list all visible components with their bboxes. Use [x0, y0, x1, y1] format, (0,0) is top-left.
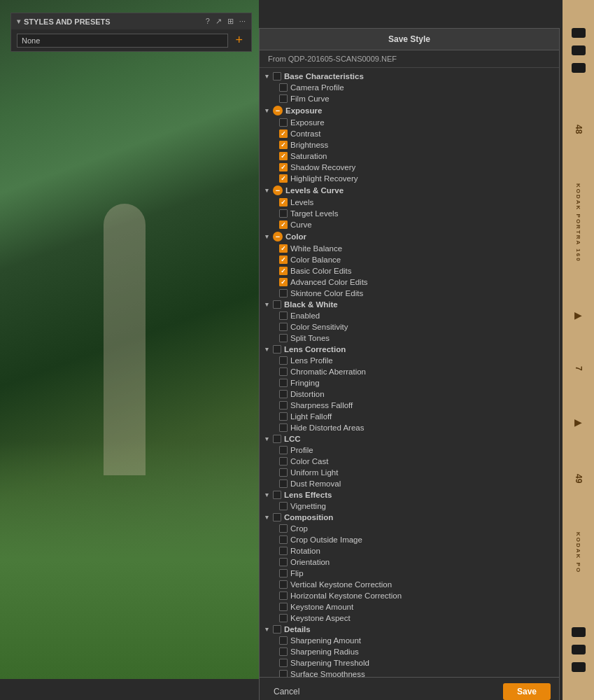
item-checkbox[interactable] — [279, 446, 288, 454]
item-checkbox[interactable] — [279, 163, 288, 172]
list-item[interactable]: Sharpness Falloff — [260, 400, 559, 411]
list-item[interactable]: Horizontal Keystone Correction — [260, 590, 559, 601]
list-item[interactable]: Split Tones — [260, 332, 559, 344]
section-header-composition[interactable]: ▾Composition — [260, 512, 559, 523]
list-item[interactable]: Fringing — [260, 377, 559, 388]
export-icon[interactable]: ↗ — [215, 17, 222, 26]
section-header-lcc[interactable]: ▾LCC — [260, 433, 559, 444]
section-checkbox-lcc[interactable] — [273, 435, 281, 443]
section-header-lens-effects[interactable]: ▾Lens Effects — [260, 489, 559, 500]
section-checkbox-composition[interactable] — [273, 513, 281, 522]
item-checkbox[interactable] — [279, 479, 288, 488]
styles-dropdown[interactable]: None — [17, 34, 228, 48]
save-button[interactable]: Save — [503, 683, 551, 700]
list-item[interactable]: Contrast — [260, 128, 559, 139]
grid-icon[interactable]: ⊞ — [227, 17, 234, 26]
section-checkbox-lens-correction[interactable] — [273, 345, 281, 354]
item-checkbox[interactable] — [279, 670, 288, 677]
item-checkbox[interactable] — [279, 141, 288, 149]
item-checkbox[interactable] — [279, 289, 288, 298]
item-checkbox[interactable] — [279, 94, 288, 103]
list-item[interactable]: Brightness — [260, 139, 559, 150]
item-checkbox[interactable] — [279, 536, 288, 544]
item-checkbox[interactable] — [279, 547, 288, 555]
item-checkbox[interactable] — [279, 659, 288, 667]
list-item[interactable]: Skintone Color Edits — [260, 288, 559, 299]
list-item[interactable]: Basic Color Edits — [260, 265, 559, 276]
list-item[interactable]: Color Cast — [260, 456, 559, 467]
help-icon[interactable]: ? — [206, 17, 210, 26]
list-item[interactable]: Film Curve — [260, 93, 559, 104]
cancel-button[interactable]: Cancel — [268, 684, 305, 699]
list-item[interactable]: Flip — [260, 568, 559, 579]
section-checkbox-details[interactable] — [273, 625, 281, 634]
section-header-base-characteristics[interactable]: ▾Base Characteristics — [260, 71, 559, 82]
list-item[interactable]: Sharpening Amount — [260, 635, 559, 646]
section-checkbox-lens-effects[interactable] — [273, 491, 281, 499]
item-checkbox[interactable] — [279, 118, 288, 127]
item-checkbox[interactable] — [279, 569, 288, 578]
item-checkbox[interactable] — [279, 379, 288, 387]
list-item[interactable]: Color Sensitivity — [260, 321, 559, 332]
item-checkbox[interactable] — [279, 255, 288, 264]
item-checkbox[interactable] — [279, 636, 288, 645]
list-item[interactable]: Highlight Recovery — [260, 173, 559, 184]
section-header-exposure[interactable]: ▾−Exposure — [260, 104, 559, 117]
more-icon[interactable]: ··· — [239, 17, 246, 26]
list-item[interactable]: Surface Smoothness — [260, 668, 559, 677]
list-item[interactable]: Camera Profile — [260, 82, 559, 93]
list-item[interactable]: Orientation — [260, 556, 559, 568]
list-item[interactable]: Exposure — [260, 117, 559, 128]
list-item[interactable]: Light Falloff — [260, 411, 559, 422]
item-checkbox[interactable] — [279, 648, 288, 656]
item-checkbox[interactable] — [279, 614, 288, 622]
item-checkbox[interactable] — [279, 267, 288, 275]
item-checkbox[interactable] — [279, 323, 288, 331]
list-item[interactable]: Hide Distorted Areas — [260, 422, 559, 433]
section-header-levels-curve[interactable]: ▾−Levels & Curve — [260, 184, 559, 197]
list-item[interactable]: Vertical Keystone Correction — [260, 579, 559, 590]
list-item[interactable]: Color Balance — [260, 254, 559, 265]
item-checkbox[interactable] — [279, 580, 288, 589]
item-checkbox[interactable] — [279, 424, 288, 432]
list-item[interactable]: Chromatic Aberration — [260, 366, 559, 377]
collapse-arrow[interactable]: ▾ — [17, 18, 20, 25]
item-checkbox[interactable] — [279, 220, 288, 229]
item-checkbox[interactable] — [279, 368, 288, 376]
section-checkbox-black-white[interactable] — [273, 300, 281, 309]
item-checkbox[interactable] — [279, 390, 288, 398]
section-header-details[interactable]: ▾Details — [260, 624, 559, 635]
list-item[interactable]: Crop — [260, 523, 559, 534]
list-item[interactable]: Vignetting — [260, 500, 559, 512]
item-checkbox[interactable] — [279, 312, 288, 320]
item-checkbox[interactable] — [279, 468, 288, 477]
item-checkbox[interactable] — [279, 174, 288, 183]
list-item[interactable]: Enabled — [260, 310, 559, 321]
item-checkbox[interactable] — [279, 558, 288, 566]
section-checkbox-base-characteristics[interactable] — [273, 72, 281, 80]
item-checkbox[interactable] — [279, 198, 288, 206]
list-item[interactable]: Shadow Recovery — [260, 162, 559, 173]
item-checkbox[interactable] — [279, 457, 288, 465]
item-checkbox[interactable] — [279, 130, 288, 138]
list-item[interactable]: Keystone Amount — [260, 601, 559, 612]
item-checkbox[interactable] — [279, 502, 288, 510]
list-item[interactable]: Advanced Color Edits — [260, 276, 559, 288]
item-checkbox[interactable] — [279, 412, 288, 421]
list-item[interactable]: Sharpening Threshold — [260, 657, 559, 668]
section-header-color[interactable]: ▾−Color — [260, 230, 559, 243]
item-checkbox[interactable] — [279, 603, 288, 611]
list-item[interactable]: Keystone Aspect — [260, 612, 559, 624]
list-item[interactable]: Lens Profile — [260, 355, 559, 366]
item-checkbox[interactable] — [279, 244, 288, 253]
item-checkbox[interactable] — [279, 152, 288, 160]
list-item[interactable]: Profile — [260, 444, 559, 456]
item-checkbox[interactable] — [279, 401, 288, 410]
section-header-lens-correction[interactable]: ▾Lens Correction — [260, 344, 559, 355]
list-item[interactable]: Rotation — [260, 545, 559, 556]
add-style-button[interactable]: + — [232, 33, 246, 48]
item-checkbox[interactable] — [279, 334, 288, 342]
item-checkbox[interactable] — [279, 83, 288, 92]
item-checkbox[interactable] — [279, 524, 288, 533]
list-item[interactable]: Levels — [260, 197, 559, 208]
